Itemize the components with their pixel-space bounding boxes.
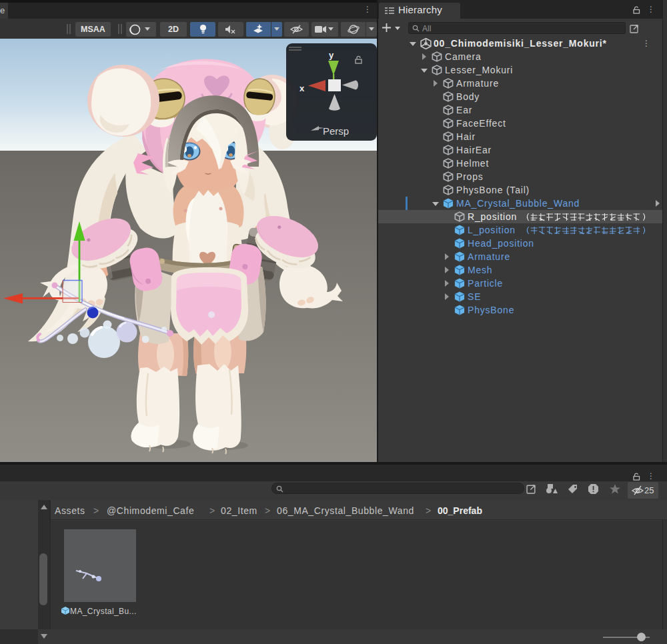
- svg-text:Persp: Persp: [323, 125, 349, 137]
- svg-text:y: y: [329, 50, 334, 60]
- svg-text:x: x: [299, 83, 305, 93]
